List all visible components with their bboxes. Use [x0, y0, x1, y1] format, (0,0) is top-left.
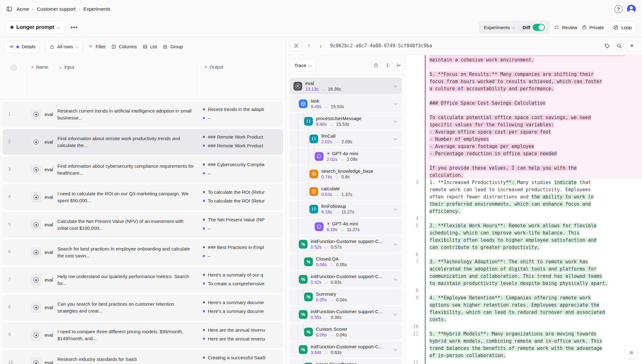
close-panel-icon[interactable]: ✕	[626, 40, 638, 52]
breadcrumb-acme[interactable]: Acme	[17, 6, 29, 12]
trace-span-row[interactable]: ✳GPT-4o mini2.02s→2.09s	[290, 148, 402, 165]
trace-span-row[interactable]: eval13.13s→16.36s	[290, 78, 402, 94]
trace-span-row[interactable]: %Custom Scorer0.06s→0.04s	[290, 324, 402, 340]
details-label: Details	[22, 44, 35, 49]
tree-connector	[308, 139, 309, 148]
trace-span-row[interactable]: %initFunction-Customer support-C...0.52s…	[290, 236, 402, 252]
eval-target-icon	[31, 357, 41, 364]
breadcrumb-experiments[interactable]: Experiments	[83, 6, 110, 12]
chevron-down-icon[interactable]	[394, 136, 397, 140]
all-rows-dropdown[interactable]: All rows	[45, 41, 82, 53]
chevron-down-icon[interactable]	[394, 101, 397, 105]
loop-button[interactable]: Loop	[608, 21, 636, 34]
tag-icon[interactable]	[602, 40, 612, 51]
timer-icon[interactable]	[373, 63, 379, 68]
scorer-percent-icon: %	[299, 310, 308, 319]
output-text: Here's a summary docume	[208, 309, 264, 314]
search-icon[interactable]	[614, 40, 624, 51]
chevron-down-icon[interactable]	[394, 207, 397, 210]
row-name: eval	[45, 360, 53, 364]
trace-span-row[interactable]: %Intent Classification→	[290, 359, 402, 364]
removed-text: maintain a cohesive work environment.	[429, 57, 534, 63]
private-button[interactable]: Private	[582, 25, 604, 30]
trace-span-row[interactable]: calculate0.53s→1.37s	[290, 183, 402, 200]
more-menu-icon[interactable]: •••	[69, 24, 80, 31]
row-output: Here's a summary documeHere's a summary …	[203, 298, 281, 319]
table-row[interactable]: 2evalFind information about remote work …	[3, 129, 283, 155]
diff-line-number: 5	[405, 222, 425, 251]
trace-span-row[interactable]: %Closed QA0.06s→0.05s	[290, 253, 402, 270]
chevron-down-icon[interactable]	[394, 84, 397, 87]
added-text: indicate	[554, 180, 576, 185]
table-row[interactable]: 9evalI need to compare three different p…	[3, 322, 283, 348]
trace-view-label: Trace	[294, 63, 306, 68]
trace-span-row[interactable]: search_knowledge_base0.74s→0.8s	[290, 166, 402, 182]
table-row[interactable]: 10evalResearch industry standards for Sa…	[3, 350, 283, 364]
chevron-down-icon[interactable]	[394, 347, 397, 351]
trace-span-row[interactable]: %initFunction-Customer support-C...3.64s…	[290, 341, 402, 358]
chevron-down-icon[interactable]	[394, 242, 397, 245]
trace-span-row[interactable]: %initFunction-Customer support-C...0.42s…	[290, 271, 402, 288]
diff-added-line: 8	[405, 287, 642, 294]
column-header-output[interactable]: ↗Output	[197, 61, 286, 99]
duration-current: 2.02s	[321, 139, 332, 145]
trace-span-row[interactable]: task9.49s→15.53s	[290, 95, 402, 112]
list-button[interactable]: List	[143, 44, 157, 49]
experiment-selector[interactable]: Longer prompt	[6, 21, 64, 34]
columns-button[interactable]: Columns	[111, 44, 137, 49]
output-line: To calculate the ROI (Retur	[203, 187, 281, 196]
table-row[interactable]: 3evalFind information about cybersecurit…	[3, 157, 283, 182]
review-button[interactable]: Review	[554, 25, 577, 30]
table-row[interactable]: 6evalSearch for best practices in employ…	[3, 240, 283, 265]
trace-span-row[interactable]: ()llmCall2.02s→2.09s	[290, 130, 402, 147]
trace-view-dropdown[interactable]: Trace	[290, 59, 316, 72]
collapse-panel-left-icon[interactable]	[397, 63, 402, 68]
avatar[interactable]	[627, 5, 636, 13]
gray-bullet-icon	[203, 136, 205, 138]
chevron-down-icon[interactable]	[394, 277, 397, 280]
trace-span-row[interactable]: ()processUserMessage9.48s→15.53s	[290, 113, 402, 129]
filter-button[interactable]: Filter	[88, 44, 106, 49]
diff-toggle[interactable]	[533, 24, 545, 31]
row-input-text: Research current trends in artificial in…	[57, 108, 195, 121]
next-row-icon[interactable]: ↓	[316, 40, 326, 51]
tree-connector	[298, 323, 298, 341]
help-icon[interactable]: ?	[614, 5, 623, 13]
select-all-checkbox[interactable]	[10, 65, 17, 71]
span-info: ✳GPT-4o mini6.18s→11.27s	[327, 221, 360, 233]
table-row[interactable]: 4evalI need to calculate the ROI on our …	[3, 184, 283, 210]
experiments-view-dropdown[interactable]: Experiments	[480, 21, 518, 34]
previous-row-icon[interactable]: ↑	[304, 40, 314, 51]
details-status-dot	[16, 45, 19, 48]
column-header-name[interactable]: ≡Name	[27, 61, 54, 99]
trace-span-row[interactable]: ()llmFollowup6.18s→11.27s	[290, 201, 402, 217]
diff-removed-line	[405, 64, 642, 71]
span-info: calculate0.53s→1.37s	[321, 186, 352, 198]
output-menu-button[interactable]	[625, 346, 638, 359]
span-name: GPT-4o mini	[332, 221, 358, 227]
collapse-rows-icon[interactable]	[385, 63, 390, 68]
chevron-down-icon[interactable]	[394, 312, 397, 315]
table-row[interactable]: 7evalHelp me understand our quarterly pe…	[3, 267, 283, 293]
breadcrumb-project[interactable]: Customer support	[37, 6, 76, 12]
trace-panel: ↑ ↓ 9c062bc2-a8c7-4a88-9749-5cf840f3c9ba…	[286, 37, 642, 364]
table-row[interactable]: 1evalResearch current trends in artifici…	[3, 102, 283, 127]
expand-panel-icon[interactable]	[290, 40, 302, 52]
tree-connector	[298, 288, 298, 306]
trace-span-row[interactable]: %Summary0.05s→0.04s	[290, 288, 402, 305]
chevron-down-icon[interactable]	[394, 119, 397, 122]
function-icon: ()	[309, 135, 318, 143]
breadcrumb: Acme › Customer support › Experiments	[17, 6, 110, 12]
column-header-input[interactable]: ↘Input	[54, 61, 197, 99]
group-button[interactable]: Group	[163, 44, 183, 49]
trace-span-row[interactable]: ✳GPT-4o mini6.18s→11.27s	[290, 218, 402, 235]
span-info: ✳GPT-4o mini2.02s→2.09s	[327, 150, 358, 162]
table-row[interactable]: 8evalCan you search for best practices o…	[3, 295, 283, 320]
details-button[interactable]: Details	[4, 41, 40, 53]
sidebar-toggle-icon[interactable]	[6, 6, 12, 12]
trace-span-row[interactable]: %initFunction-Customer support-C...0.55s…	[290, 306, 402, 323]
arrow-right-icon: →	[324, 279, 328, 285]
group-icon	[163, 44, 168, 49]
table-row[interactable]: 5evalCalculate the Net Present Value (NP…	[3, 212, 283, 238]
arrow-right-icon: →	[340, 156, 344, 162]
